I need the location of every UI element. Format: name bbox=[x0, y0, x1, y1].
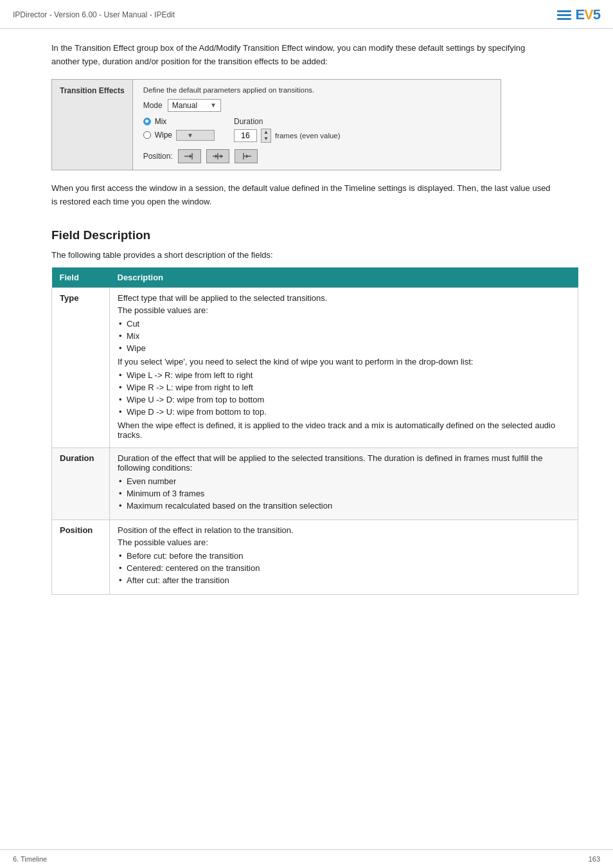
logo-e: E bbox=[575, 6, 584, 23]
spinner-up[interactable]: ▲ bbox=[262, 129, 271, 136]
position-desc-1: Position of the effect in relation to th… bbox=[118, 525, 570, 535]
svg-marker-7 bbox=[220, 154, 223, 158]
page-footer: 6. Timeline 163 bbox=[0, 849, 613, 868]
table-header-description: Description bbox=[110, 267, 578, 288]
frames-label: frames (even value) bbox=[275, 132, 341, 140]
table-header-field: Field bbox=[52, 267, 110, 288]
wipe-dropdown-arrow: ▼ bbox=[187, 132, 193, 139]
define-text: Define the default parameters applied on… bbox=[143, 86, 490, 94]
wipe-radio[interactable] bbox=[143, 131, 151, 139]
section-heading: Field Description bbox=[51, 228, 587, 242]
transition-box-inner: Transition Effects Define the default pa… bbox=[52, 80, 501, 170]
position-before: Before cut: before the transition bbox=[118, 550, 570, 562]
mix-radio-row[interactable]: Mix bbox=[143, 117, 215, 126]
type-value-wipe: Wipe bbox=[118, 342, 570, 354]
wipe-dropdown[interactable]: ▼ bbox=[176, 130, 215, 141]
field-type: Type bbox=[52, 287, 110, 448]
page-header: IPDirector - Version 6.00 - User Manual … bbox=[0, 0, 613, 29]
type-value-mix: Mix bbox=[118, 330, 570, 342]
position-centered-btn[interactable] bbox=[206, 149, 229, 163]
intro-paragraph: In the Transition Effect group box of th… bbox=[51, 42, 553, 69]
position-values-list: Before cut: before the transition Center… bbox=[118, 550, 570, 586]
description-position: Position of the effect in relation to th… bbox=[110, 520, 578, 594]
table-row-position: Position Position of the effect in relat… bbox=[52, 520, 578, 594]
table-intro: The following table provides a short des… bbox=[51, 250, 587, 260]
type-desc-2: The possible values are: bbox=[118, 305, 570, 315]
logo-v: V bbox=[584, 6, 593, 23]
logo-lines bbox=[557, 10, 571, 20]
mode-value: Manual bbox=[172, 101, 197, 110]
type-desc-1: Effect type that will be applied to the … bbox=[118, 293, 570, 303]
logo: EV5 bbox=[557, 6, 600, 23]
wipe-rl: Wipe R -> L: wipe from right to left bbox=[118, 381, 570, 393]
transition-label: Transition Effects bbox=[52, 80, 133, 170]
position-before-icon bbox=[183, 152, 196, 161]
wipe-lr: Wipe L -> R: wipe from left to right bbox=[118, 369, 570, 381]
header-title: IPDirector - Version 6.00 - User Manual … bbox=[13, 10, 175, 19]
table-row-duration: Duration Duration of the effect that wil… bbox=[52, 448, 578, 520]
field-position: Position bbox=[52, 520, 110, 594]
wipe-label: Wipe bbox=[155, 131, 172, 140]
description-duration: Duration of the effect that will be appl… bbox=[110, 448, 578, 520]
position-after-cut-btn[interactable] bbox=[235, 149, 258, 163]
type-values-list: Cut Mix Wipe bbox=[118, 318, 570, 354]
duration-input[interactable] bbox=[234, 129, 257, 142]
mix-wipe-row: Mix Wipe ▼ bbox=[143, 117, 490, 143]
wipe-ud: Wipe U -> D: wipe from top to bottom bbox=[118, 393, 570, 406]
duration-input-row: ▲ ▼ frames (even value) bbox=[234, 129, 341, 143]
description-type: Effect type that will be applied to the … bbox=[110, 287, 578, 448]
logo-line-3 bbox=[557, 18, 571, 20]
duration-desc-1: Duration of the effect that will be appl… bbox=[118, 453, 570, 473]
position-centered: Centered: centered on the transition bbox=[118, 562, 570, 574]
transition-effects-box: Transition Effects Define the default pa… bbox=[51, 79, 501, 171]
type-desc-4: When the wipe effect is defined, it is a… bbox=[118, 420, 570, 440]
wipe-du: Wipe D -> U: wipe from bottom to top. bbox=[118, 406, 570, 418]
main-content: In the Transition Effect group box of th… bbox=[0, 29, 613, 620]
wipe-options-list: Wipe L -> R: wipe from left to right Wip… bbox=[118, 369, 570, 418]
logo-5: 5 bbox=[593, 6, 600, 23]
mode-row: Mode Manual ▼ bbox=[143, 99, 490, 112]
logo-text: EV5 bbox=[575, 6, 600, 23]
position-after-icon bbox=[240, 152, 253, 161]
position-label: Position: bbox=[143, 152, 173, 161]
position-centered-icon bbox=[211, 152, 224, 161]
footer-right: 163 bbox=[589, 855, 600, 863]
mix-radio[interactable] bbox=[143, 118, 151, 125]
mix-label: Mix bbox=[155, 117, 167, 126]
footer-left: 6. Timeline bbox=[13, 855, 47, 863]
spinner-down[interactable]: ▼ bbox=[262, 136, 271, 142]
mode-dropdown-arrow: ▼ bbox=[210, 102, 217, 109]
logo-line-2 bbox=[557, 14, 571, 16]
description-table: Field Description Type Effect type that … bbox=[51, 267, 578, 595]
table-row-type: Type Effect type that will be applied to… bbox=[52, 287, 578, 448]
duration-conditions-list: Even number Minimum of 3 frames Maximum … bbox=[118, 475, 570, 512]
mix-wipe-left: Mix Wipe ▼ bbox=[143, 117, 215, 141]
duration-col: Duration ▲ ▼ frames (even value) bbox=[234, 117, 341, 143]
after-paragraph: When you first access the window in a se… bbox=[51, 182, 553, 209]
mode-dropdown[interactable]: Manual ▼ bbox=[168, 99, 221, 112]
duration-label: Duration bbox=[234, 117, 341, 126]
duration-max: Maximum recalculated based on the transi… bbox=[118, 500, 570, 512]
mode-label: Mode bbox=[143, 101, 163, 110]
transition-controls: Define the default parameters applied on… bbox=[133, 80, 501, 170]
duration-min: Minimum of 3 frames bbox=[118, 487, 570, 500]
logo-line-1 bbox=[557, 10, 571, 12]
wipe-radio-row[interactable]: Wipe ▼ bbox=[143, 130, 215, 141]
position-desc-2: The possible values are: bbox=[118, 538, 570, 547]
position-row: Position: bbox=[143, 149, 490, 163]
position-before-cut-btn[interactable] bbox=[178, 149, 201, 163]
field-duration: Duration bbox=[52, 448, 110, 520]
type-desc-3: If you select 'wipe', you need to select… bbox=[118, 357, 570, 366]
duration-even: Even number bbox=[118, 475, 570, 487]
position-after: After cut: after the transition bbox=[118, 574, 570, 586]
svg-marker-10 bbox=[246, 154, 249, 158]
duration-spinner[interactable]: ▲ ▼ bbox=[261, 129, 271, 143]
type-value-cut: Cut bbox=[118, 318, 570, 330]
